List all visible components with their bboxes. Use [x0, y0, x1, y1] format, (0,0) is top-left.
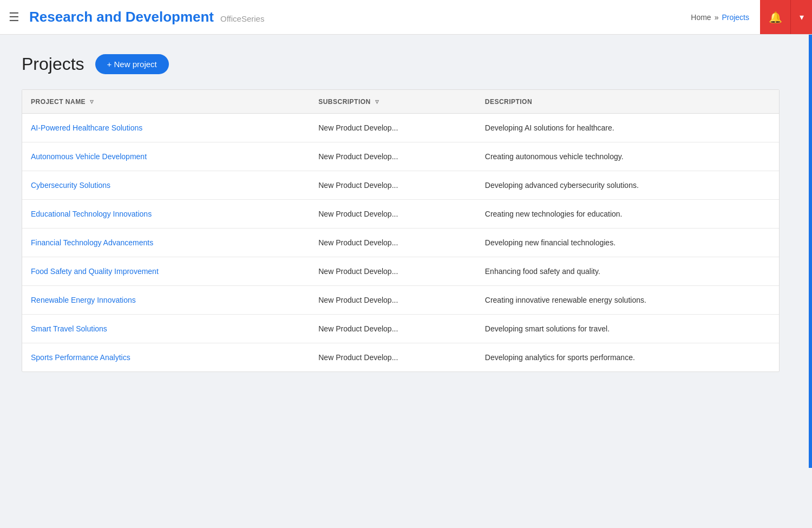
breadcrumb-current: Projects	[722, 13, 749, 22]
subscription-cell: New Product Develop...	[310, 257, 476, 286]
description-cell: Creating innovative renewable energy sol…	[476, 286, 779, 315]
subscription-cell: New Product Develop...	[310, 142, 476, 171]
breadcrumb-home[interactable]: Home	[691, 13, 711, 22]
project-name-link[interactable]: Financial Technology Advancements	[31, 238, 153, 247]
description-cell: Creating new technologies for education.	[476, 200, 779, 229]
project-name-link[interactable]: Food Safety and Quality Improvement	[31, 267, 159, 276]
dropdown-chevron-icon: ▾	[800, 12, 804, 22]
subscription-cell: New Product Develop...	[310, 114, 476, 142]
project-name-link[interactable]: Smart Travel Solutions	[31, 324, 107, 333]
header-actions: 🔔 ▾	[760, 0, 812, 34]
header-dropdown-button[interactable]: ▾	[790, 0, 812, 34]
table-row: Autonomous Vehicle DevelopmentNew Produc…	[22, 142, 779, 171]
subscription-cell: New Product Develop...	[310, 286, 476, 315]
project-name-link[interactable]: Renewable Energy Innovations	[31, 296, 136, 304]
table-row: Educational Technology InnovationsNew Pr…	[22, 200, 779, 229]
project-name-link[interactable]: Autonomous Vehicle Development	[31, 152, 147, 161]
project-name-cell: AI-Powered Healthcare Solutions	[22, 114, 310, 142]
project-name-cell: Renewable Energy Innovations	[22, 286, 310, 315]
project-name-cell: Financial Technology Advancements	[22, 229, 310, 257]
col-header-name[interactable]: PROJECT NAME ▿	[22, 90, 310, 114]
col-header-description: DESCRIPTION	[476, 90, 779, 114]
description-cell: Developing smart solutions for travel.	[476, 315, 779, 343]
project-name-cell: Food Safety and Quality Improvement	[22, 257, 310, 286]
hamburger-menu-icon[interactable]: ☰	[9, 11, 19, 23]
page-title: Projects	[22, 54, 84, 74]
projects-table-container: PROJECT NAME ▿ SUBSCRIPTION ▿ DESCRIPTIO…	[22, 89, 780, 372]
new-project-button[interactable]: + New project	[95, 54, 169, 74]
breadcrumb-separator: »	[715, 13, 719, 22]
project-name-cell: Cybersecurity Solutions	[22, 171, 310, 200]
projects-table: PROJECT NAME ▿ SUBSCRIPTION ▿ DESCRIPTIO…	[22, 90, 779, 371]
project-name-cell: Sports Performance Analytics	[22, 343, 310, 372]
subscription-cell: New Product Develop...	[310, 343, 476, 372]
bell-icon: 🔔	[769, 11, 782, 24]
project-name-link[interactable]: AI-Powered Healthcare Solutions	[31, 123, 142, 132]
description-cell: Developing advanced cybersecurity soluti…	[476, 171, 779, 200]
subscription-cell: New Product Develop...	[310, 171, 476, 200]
project-name-cell: Smart Travel Solutions	[22, 315, 310, 343]
filter-icon-name[interactable]: ▿	[90, 97, 94, 106]
table-header: PROJECT NAME ▿ SUBSCRIPTION ▿ DESCRIPTIO…	[22, 90, 779, 114]
notification-bell-button[interactable]: 🔔	[760, 0, 790, 34]
filter-icon-subscription[interactable]: ▿	[375, 97, 379, 106]
description-cell: Enhancing food safety and quality.	[476, 257, 779, 286]
page-content: Projects + New project PROJECT NAME ▿ SU…	[0, 35, 812, 394]
project-name-link[interactable]: Sports Performance Analytics	[31, 353, 130, 362]
table-row: Financial Technology AdvancementsNew Pro…	[22, 229, 779, 257]
page-heading-row: Projects + New project	[22, 54, 790, 74]
project-name-cell: Autonomous Vehicle Development	[22, 142, 310, 171]
table-row: Food Safety and Quality ImprovementNew P…	[22, 257, 779, 286]
description-cell: Creating autonomous vehicle technology.	[476, 142, 779, 171]
description-cell: Developing analytics for sports performa…	[476, 343, 779, 372]
table-row: AI-Powered Healthcare SolutionsNew Produ…	[22, 114, 779, 142]
app-subtitle: OfficeSeries	[220, 14, 264, 23]
app-title: Research and Development	[29, 9, 214, 25]
subscription-cell: New Product Develop...	[310, 229, 476, 257]
project-name-link[interactable]: Educational Technology Innovations	[31, 210, 152, 218]
table-row: Renewable Energy InnovationsNew Product …	[22, 286, 779, 315]
header-title-group: Research and Development OfficeSeries	[29, 9, 264, 25]
subscription-cell: New Product Develop...	[310, 200, 476, 229]
table-row: Cybersecurity SolutionsNew Product Devel…	[22, 171, 779, 200]
header: ☰ Research and Development OfficeSeries …	[0, 0, 812, 35]
table-body: AI-Powered Healthcare SolutionsNew Produ…	[22, 114, 779, 372]
project-name-link[interactable]: Cybersecurity Solutions	[31, 181, 110, 190]
breadcrumb: Home » Projects	[691, 13, 760, 22]
description-cell: Developing AI solutions for healthcare.	[476, 114, 779, 142]
col-header-subscription[interactable]: SUBSCRIPTION ▿	[310, 90, 476, 114]
description-cell: Developing new financial technologies.	[476, 229, 779, 257]
table-row: Smart Travel SolutionsNew Product Develo…	[22, 315, 779, 343]
subscription-cell: New Product Develop...	[310, 315, 476, 343]
table-row: Sports Performance AnalyticsNew Product …	[22, 343, 779, 372]
project-name-cell: Educational Technology Innovations	[22, 200, 310, 229]
